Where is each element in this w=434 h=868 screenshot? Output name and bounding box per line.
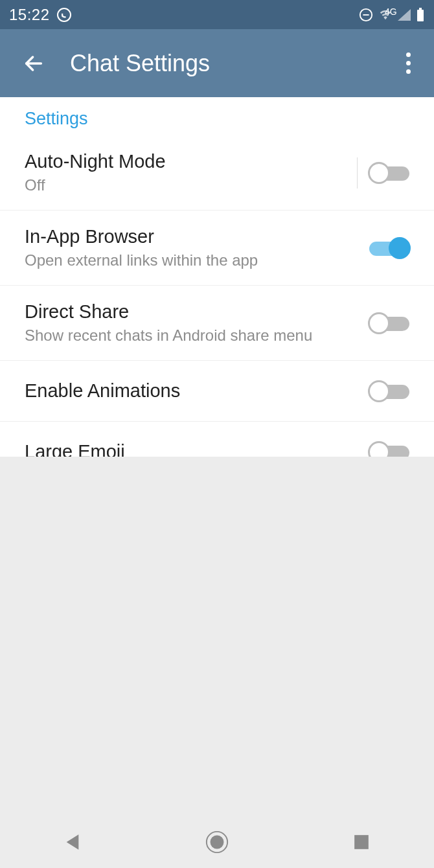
row-title: Auto-Night Mode (25, 151, 357, 172)
system-nav-bar (0, 816, 434, 868)
svg-point-7 (211, 836, 224, 849)
network-label: 4G (385, 6, 397, 17)
row-subtitle: Off (25, 176, 357, 194)
row-in-app-browser[interactable]: In-App Browser Open external links withi… (0, 211, 434, 286)
row-large-emoji[interactable]: Large Emoji (0, 422, 434, 457)
row-title: Direct Share (25, 301, 369, 323)
toggle-in-app-browser[interactable] (369, 238, 409, 258)
battery-icon (416, 8, 425, 22)
more-options-button[interactable] (395, 51, 421, 76)
row-enable-animations[interactable]: Enable Animations (0, 361, 434, 422)
whatsapp-icon (56, 7, 72, 23)
toggle-direct-share[interactable] (369, 313, 409, 334)
svg-point-0 (58, 8, 71, 21)
status-bar: 15:22 4G (0, 0, 434, 29)
svg-rect-3 (417, 10, 424, 21)
content-bottom-gap (0, 457, 434, 816)
svg-rect-4 (419, 8, 422, 10)
toggle-large-emoji[interactable] (369, 442, 409, 457)
nav-recents-button[interactable] (329, 823, 394, 862)
row-subtitle: Show recent chats in Android share menu (25, 326, 369, 345)
toggle-auto-night[interactable] (369, 163, 409, 183)
section-header-settings: Settings (0, 97, 434, 135)
nav-back-button[interactable] (40, 823, 105, 862)
app-bar: Chat Settings (0, 29, 434, 97)
do-not-disturb-icon (359, 8, 373, 22)
page-title: Chat Settings (70, 50, 210, 77)
row-title: Large Emoji (25, 441, 369, 457)
row-auto-night-mode[interactable]: Auto-Night Mode Off (0, 135, 434, 211)
row-direct-share[interactable]: Direct Share Show recent chats in Androi… (0, 286, 434, 361)
svg-rect-8 (354, 835, 369, 849)
row-subtitle: Open external links within the app (25, 251, 369, 269)
settings-list: Settings Auto-Night Mode Off In-App Brow… (0, 97, 434, 457)
nav-home-button[interactable] (185, 823, 249, 862)
row-title: Enable Animations (25, 380, 369, 402)
back-button[interactable] (19, 49, 48, 78)
row-title: In-App Browser (25, 226, 369, 247)
toggle-enable-animations[interactable] (369, 381, 409, 402)
cell-signal-icon: 4G (398, 9, 411, 21)
vertical-divider (357, 157, 358, 188)
status-time: 15:22 (9, 6, 50, 24)
